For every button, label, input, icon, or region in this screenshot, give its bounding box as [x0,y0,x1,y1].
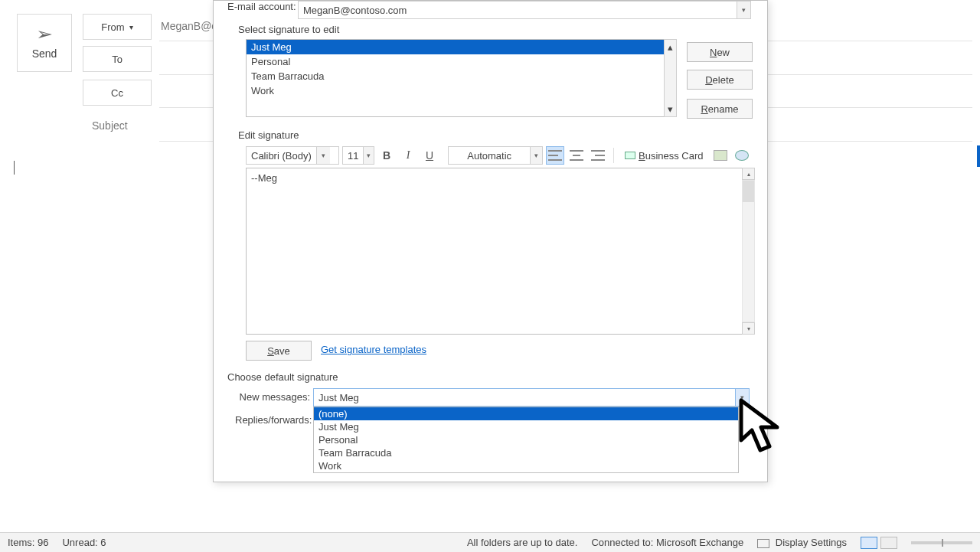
send-button[interactable]: ➢ Send [17,14,72,72]
align-right-button[interactable] [589,146,607,165]
new-messages-dropdown[interactable]: Just Meg ▾ [313,388,750,407]
insert-picture-button[interactable] [711,146,730,165]
scroll-down-icon[interactable]: ▾ [668,102,673,116]
email-account-value: MeganB@contoso.com [299,5,737,16]
new-messages-dropdown-list[interactable]: (none) Just Meg Personal Team Barracuda … [313,407,739,473]
new-messages-value: Just Meg [314,392,735,403]
new-messages-label: New messages: [235,391,310,403]
send-label: Send [32,47,57,60]
zoom-slider[interactable] [911,541,972,544]
align-right-icon [591,150,605,161]
rename-button[interactable]: Rename [687,99,753,119]
chevron-down-icon: ▾ [129,23,133,31]
view-switcher[interactable] [861,537,897,549]
signature-list[interactable]: Just Meg Personal Team Barracuda Work [246,39,675,117]
display-settings-button[interactable]: Display Settings [757,537,847,548]
chevron-down-icon[interactable]: ▾ [737,2,750,18]
align-center-icon [570,150,583,161]
view-reading-button[interactable] [880,537,897,549]
chevron-down-icon[interactable]: ▾ [735,389,749,406]
select-signature-label: Select signature to edit [238,24,339,35]
unread-count: Unread: 6 [62,537,106,548]
font-size-dropdown[interactable]: 11 ▾ [342,146,374,165]
replies-forwards-label: Replies/forwards: [235,414,310,426]
connection-status: Connected to: Microsoft Exchange [591,537,743,548]
dropdown-option[interactable]: (none) [314,407,738,420]
signature-item[interactable]: Team Barracuda [247,69,674,83]
from-button[interactable]: From ▾ [83,14,152,40]
scroll-thumb[interactable] [743,181,754,202]
font-dropdown[interactable]: Calibri (Body) ▾ [246,146,339,165]
scroll-down-icon[interactable]: ▾ [742,322,755,335]
sync-status: All folders are up to date. [467,537,578,548]
align-left-button[interactable] [546,146,564,165]
send-icon: ➢ [36,26,53,43]
scroll-up-icon[interactable]: ▴ [668,40,673,54]
email-account-label: E-mail account: [227,1,296,12]
align-center-button[interactable] [567,146,586,165]
save-button[interactable]: Save [246,341,312,361]
insert-hyperlink-button[interactable] [733,146,751,165]
delete-button[interactable]: Delete [687,70,753,90]
to-button[interactable]: To [83,46,152,72]
underline-button[interactable]: U [420,146,439,165]
chevron-down-icon[interactable]: ▾ [530,147,542,164]
signature-item[interactable]: Personal [247,54,674,69]
globe-icon [735,150,749,161]
new-button[interactable]: New [687,42,753,62]
editor-toolbar: Calibri (Body) ▾ 11 ▾ B I U Automatic ▾ … [246,145,753,166]
from-value: MeganB@c [161,20,217,32]
bold-button[interactable]: B [377,146,396,165]
subject-label: Subject [92,119,128,132]
align-left-icon [548,150,562,161]
dropdown-option[interactable]: Team Barracuda [314,446,738,459]
editor-scrollbar[interactable]: ▴ ▾ [742,168,755,335]
items-count: Items: 96 [8,537,48,548]
view-normal-button[interactable] [861,537,877,549]
chevron-down-icon[interactable]: ▾ [316,147,330,164]
email-account-dropdown[interactable]: MeganB@contoso.com ▾ [298,1,751,19]
edit-signature-label: Edit signature [238,129,299,141]
status-bar: Items: 96 Unread: 6 All folders are up t… [0,532,980,552]
body-caret [14,161,15,175]
choose-default-label: Choose default signature [227,371,338,383]
picture-icon [714,150,727,161]
cc-button[interactable]: Cc [83,80,152,106]
signature-item[interactable]: Work [247,83,674,98]
chevron-down-icon[interactable]: ▾ [363,147,374,164]
monitor-icon [757,539,769,548]
selection-indicator [977,145,980,167]
dropdown-option[interactable]: Work [314,459,738,472]
italic-button[interactable]: I [399,146,417,165]
signatures-dialog: E-mail account: MeganB@contoso.com ▾ Sel… [213,0,768,482]
business-card-icon [625,152,635,159]
signature-list-scrollbar[interactable]: ▴ ▾ [664,39,677,117]
signature-item[interactable]: Just Meg [247,40,674,54]
get-templates-link[interactable]: Get signature templates [321,344,426,355]
font-color-dropdown[interactable]: Automatic ▾ [448,146,543,165]
signature-editor[interactable]: --Meg [246,168,744,335]
scroll-up-icon[interactable]: ▴ [742,168,755,180]
business-card-button[interactable]: Business Card [620,146,708,165]
dropdown-option[interactable]: Just Meg [314,420,738,433]
editor-text: --Meg [251,172,277,184]
dropdown-option[interactable]: Personal [314,433,738,446]
